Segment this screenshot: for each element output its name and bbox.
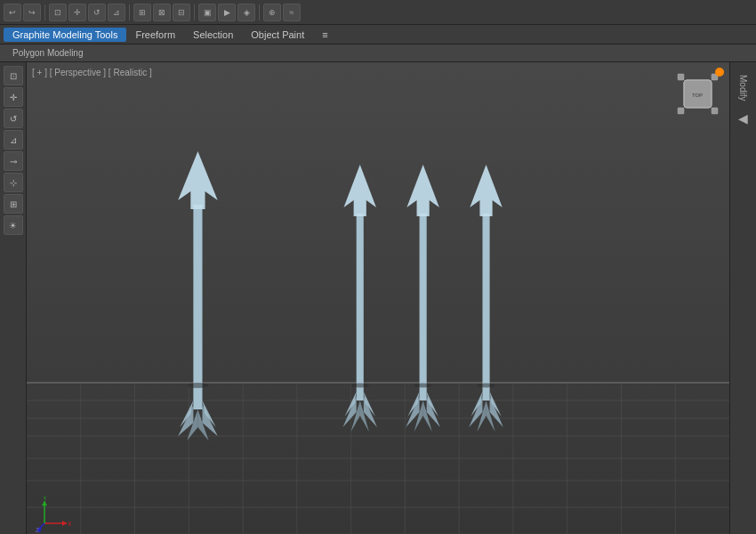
sub-menu-bar: Polygon Modeling [0, 44, 756, 62]
render-frame-icon[interactable]: ◈ [237, 4, 255, 21]
view-cube[interactable]: TOP [673, 69, 722, 118]
svg-rect-7 [712, 108, 718, 114]
tool-scale[interactable]: ⊿ [4, 130, 23, 150]
svg-rect-48 [420, 214, 427, 400]
sub-polygon-modeling[interactable]: Polygon Modeling [5, 47, 91, 59]
modifier-label[interactable]: Modify [738, 75, 748, 101]
coord-axes: X Y Z [36, 497, 62, 523]
menu-freeform[interactable]: Freeform [126, 28, 184, 42]
tool-lights[interactable]: ☀ [4, 215, 23, 235]
redo-icon[interactable]: ↪ [23, 4, 41, 21]
curve-editor-icon[interactable]: ≈ [283, 4, 301, 21]
material-icon[interactable]: ⊕ [263, 4, 281, 21]
svg-point-65 [351, 384, 369, 388]
scale-icon[interactable]: ⊿ [108, 4, 125, 21]
menu-selection[interactable]: Selection [184, 28, 242, 42]
svg-text:Y: Y [43, 497, 47, 501]
top-toolbar: ↩ ↪ ⊡ ✛ ↺ ⊿ ⊞ ⊠ ⊟ ▣ ▶ ◈ ⊕ ≈ [0, 0, 756, 25]
svg-rect-32 [193, 205, 202, 409]
modifier-arrow[interactable]: ◀ [738, 111, 748, 125]
mirror-icon[interactable]: ⊠ [153, 4, 171, 21]
menu-graphite[interactable]: Graphite Modeling Tools [4, 28, 126, 42]
separator [44, 4, 45, 20]
svg-text:Z: Z [36, 527, 40, 532]
svg-rect-56 [482, 214, 489, 400]
render-setup-icon[interactable]: ▣ [198, 4, 216, 21]
svg-point-64 [187, 383, 208, 388]
separator2 [129, 4, 130, 20]
svg-rect-11 [27, 62, 729, 534]
main-layout: ⊡ ✛ ↺ ⊿ ⊸ ⊹ ⊞ ☀ [ + ] [ Perspective ] [ … [0, 62, 756, 534]
menu-more[interactable]: ≡ [313, 28, 336, 42]
tool-select[interactable]: ⊡ [4, 66, 23, 85]
rotate-icon[interactable]: ↺ [88, 4, 106, 21]
tool-camera[interactable]: ⊞ [4, 194, 23, 214]
orange-indicator [715, 68, 724, 77]
separator3 [194, 4, 195, 20]
right-panel: Modify ◀ [729, 62, 756, 534]
left-panel: ⊡ ✛ ↺ ⊿ ⊸ ⊹ ⊞ ☀ [0, 62, 27, 534]
tool-bone[interactable]: ⊹ [4, 173, 23, 192]
svg-marker-69 [62, 521, 67, 526]
svg-marker-71 [42, 501, 47, 506]
render-icon[interactable]: ▶ [218, 4, 236, 21]
move-icon[interactable]: ✛ [68, 4, 86, 21]
svg-text:TOP: TOP [692, 93, 703, 98]
svg-rect-40 [357, 214, 364, 400]
tool-rotate[interactable]: ↺ [4, 109, 23, 128]
svg-text:X: X [68, 521, 71, 527]
menu-object-paint[interactable]: Object Paint [242, 28, 313, 42]
viewport[interactable]: [ + ] [ Perspective ] [ Realistic ] TOP [27, 62, 729, 534]
svg-point-67 [477, 384, 495, 388]
menu-bar: Graphite Modeling Tools Freeform Selecti… [0, 25, 756, 44]
svg-rect-8 [678, 108, 684, 114]
svg-rect-5 [678, 74, 684, 80]
undo-icon[interactable]: ↩ [4, 4, 21, 21]
snap-icon[interactable]: ⊞ [133, 4, 151, 21]
align-icon[interactable]: ⊟ [173, 4, 190, 21]
tool-link[interactable]: ⊸ [4, 151, 23, 171]
separator4 [259, 4, 260, 20]
grid-canvas [27, 62, 729, 534]
tool-move[interactable]: ✛ [4, 87, 23, 107]
select-icon[interactable]: ⊡ [49, 4, 67, 21]
svg-point-66 [414, 384, 432, 388]
